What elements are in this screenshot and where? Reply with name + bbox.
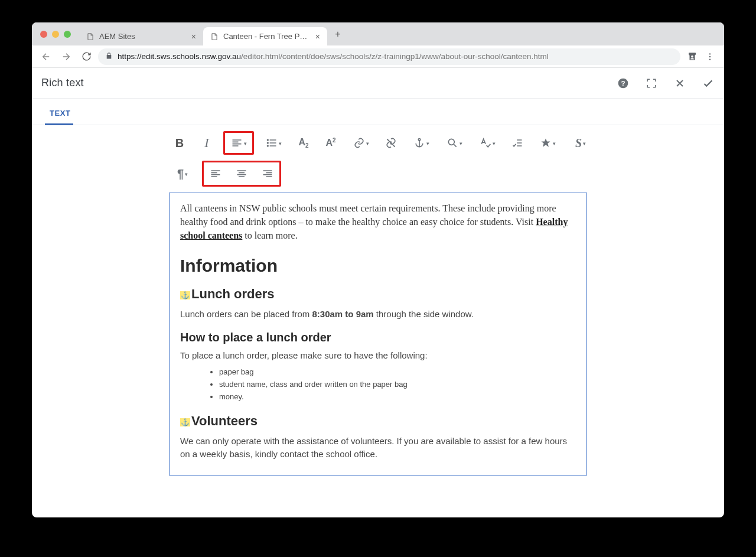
lock-icon xyxy=(105,52,113,61)
highlight-alignment-options xyxy=(202,161,281,187)
bold-button[interactable]: B xyxy=(169,133,190,153)
browser-tab-aem-sites[interactable]: AEM Sites × xyxy=(79,27,203,45)
align-center-button[interactable] xyxy=(231,164,252,184)
subscript-button[interactable]: A2 xyxy=(293,133,314,153)
italic-button[interactable]: I xyxy=(196,133,217,153)
heading-lunch-orders: ⚓Lunch orders xyxy=(180,286,576,302)
help-button[interactable]: ? xyxy=(617,77,630,90)
window-zoom-button[interactable] xyxy=(64,31,71,38)
dialog-actions: ? xyxy=(617,77,715,90)
svg-point-6 xyxy=(267,142,268,144)
intro-paragraph: All canteens in NSW public schools must … xyxy=(180,201,576,243)
dialog-title: Rich text xyxy=(41,77,84,89)
url-text: https://edit.sws.schools.nsw.gov.au/edit… xyxy=(118,52,549,61)
anchor-dropdown[interactable]: ▾ xyxy=(408,133,435,153)
address-bar[interactable]: https://edit.sws.schools.nsw.gov.au/edit… xyxy=(98,48,680,65)
align-right-button[interactable] xyxy=(257,164,278,184)
new-tab-button[interactable]: + xyxy=(331,27,345,41)
tab-label: Canteen - Fern Tree Public Sch xyxy=(223,32,311,41)
styles-dropdown[interactable]: S ▾ xyxy=(567,133,594,153)
cancel-button[interactable] xyxy=(673,77,686,90)
forward-button[interactable] xyxy=(58,48,74,65)
browser-toolbar: https://edit.sws.schools.nsw.gov.au/edit… xyxy=(32,45,724,68)
close-icon[interactable]: × xyxy=(315,32,320,41)
list-dropdown[interactable]: ▾ xyxy=(260,133,287,153)
unlink-button[interactable] xyxy=(380,133,402,153)
highlight-alignment-dropdown: ▾ xyxy=(223,131,254,155)
svg-point-1 xyxy=(709,56,711,57)
svg-point-7 xyxy=(267,145,268,146)
heading-volunteers: ⚓Volunteers xyxy=(180,413,576,429)
fullscreen-button[interactable] xyxy=(645,77,658,90)
svg-text:?: ? xyxy=(621,79,625,87)
browser-menu-button[interactable] xyxy=(702,48,718,65)
dialog-tabs: TEXT xyxy=(32,99,724,125)
svg-point-5 xyxy=(267,139,268,141)
heading-how-to: How to place a lunch order xyxy=(180,331,576,344)
window-controls xyxy=(32,31,79,38)
browser-tab-strip: AEM Sites × Canteen - Fern Tree Public S… xyxy=(32,22,724,45)
svg-point-0 xyxy=(709,53,711,54)
special-chars-dropdown[interactable]: ▾ xyxy=(534,133,561,153)
alignment-dropdown[interactable]: ▾ xyxy=(225,133,252,153)
browser-tab-canteen[interactable]: Canteen - Fern Tree Public Sch × xyxy=(203,27,327,45)
page-icon xyxy=(210,32,219,41)
dialog-header: Rich text ? xyxy=(32,68,724,99)
superscript-button[interactable]: A2 xyxy=(320,133,341,153)
requirements-list: paper bag student name, class and order … xyxy=(219,366,576,403)
close-icon[interactable]: × xyxy=(191,32,196,41)
svg-point-9 xyxy=(448,139,454,145)
window-close-button[interactable] xyxy=(40,31,47,38)
rich-text-editor[interactable]: All canteens in NSW public schools must … xyxy=(169,193,587,475)
list-item: paper bag xyxy=(219,366,576,378)
anchor-icon: ⚓ xyxy=(180,291,190,299)
page-icon xyxy=(86,32,94,41)
align-left-button[interactable] xyxy=(205,164,226,184)
find-replace-dropdown[interactable]: ▾ xyxy=(441,133,468,153)
paraformat-dropdown[interactable]: ¶▾ xyxy=(169,164,196,184)
hyperlink-dropdown[interactable]: ▾ xyxy=(347,133,374,153)
tab-indicator xyxy=(45,123,73,125)
list-item: money. xyxy=(219,390,576,403)
volunteers-text: We can only operate with the assistance … xyxy=(180,435,576,461)
svg-point-8 xyxy=(418,139,420,141)
source-edit-button[interactable] xyxy=(507,133,528,153)
window-minimize-button[interactable] xyxy=(52,31,59,38)
spellcheck-dropdown[interactable]: ▾ xyxy=(474,133,501,153)
list-item: student name, class and order written on… xyxy=(219,378,576,390)
anchor-icon: ⚓ xyxy=(180,418,190,426)
profile-icon[interactable] xyxy=(684,48,700,65)
rte-toolbar: B I ▾ ▾ A2 A2 ▾ xyxy=(32,125,724,187)
heading-information: Information xyxy=(180,256,576,276)
howto-intro: To place a lunch order, please make sure… xyxy=(180,349,576,362)
svg-point-2 xyxy=(709,58,711,60)
tab-text[interactable]: TEXT xyxy=(45,99,76,125)
tab-label: AEM Sites xyxy=(99,32,187,41)
reload-button[interactable] xyxy=(78,48,94,65)
browser-window: AEM Sites × Canteen - Fern Tree Public S… xyxy=(32,22,724,517)
lunch-orders-text: Lunch orders can be placed from 8:30am t… xyxy=(180,308,576,321)
back-button[interactable] xyxy=(38,48,54,65)
done-button[interactable] xyxy=(702,77,715,90)
